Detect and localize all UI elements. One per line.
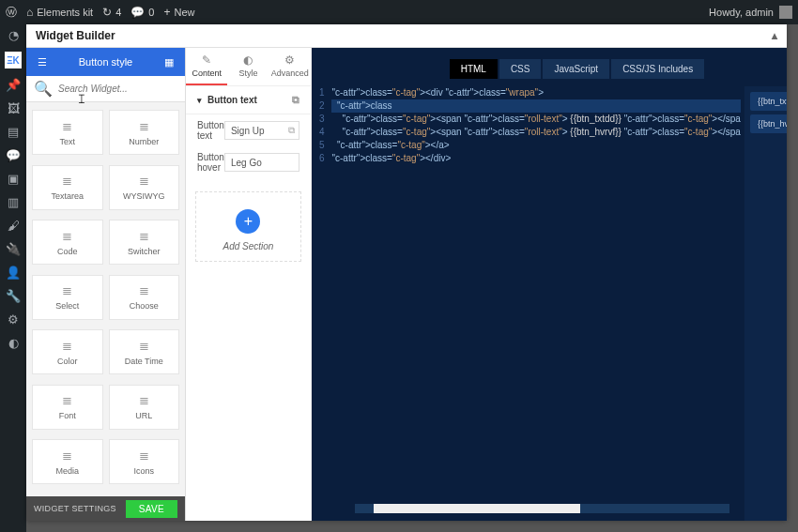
widget-label: Textarea: [51, 191, 84, 201]
search-input-wrap[interactable]: 🔍: [26, 76, 185, 102]
new-link[interactable]: +New: [163, 6, 194, 19]
widget-label: WYSIWYG: [123, 191, 165, 201]
widget-switcher[interactable]: ≣Switcher: [109, 220, 180, 265]
add-section-label: Add Section: [196, 241, 300, 251]
search-icon: 🔍: [34, 80, 53, 98]
tab-includes[interactable]: CSS/JS Includes: [611, 59, 704, 79]
contrast-icon: ◐: [227, 53, 269, 67]
widget-label: Number: [129, 137, 159, 146]
widget-code[interactable]: ≣Code: [32, 220, 103, 265]
widget-icon: ≣: [139, 229, 149, 243]
add-section-area: + Add Section: [195, 191, 301, 262]
comments-link[interactable]: 💬0: [130, 6, 154, 19]
widget-label: Media: [55, 466, 79, 476]
collapse-icon[interactable]: ◐: [8, 336, 19, 350]
hamburger-icon[interactable]: ☰: [26, 56, 58, 68]
widget-icon: ≣: [62, 119, 72, 133]
tab-html[interactable]: HTML: [450, 59, 498, 79]
widget-icon: ≣: [62, 283, 72, 297]
widget-icons[interactable]: ≣Icons: [109, 439, 180, 484]
dynamic-icon[interactable]: ⧉: [288, 125, 295, 136]
widget-color[interactable]: ≣Color: [32, 329, 103, 374]
widget-label: Icons: [133, 466, 154, 476]
gear-icon: ⚙: [269, 53, 311, 67]
widget-media[interactable]: ≣Media: [32, 439, 103, 484]
button-hover-label: Button hover: [197, 152, 224, 173]
appearance-icon[interactable]: 🖌: [8, 219, 20, 233]
horizontal-scrollbar[interactable]: [355, 504, 729, 513]
tab-content[interactable]: ✎Content: [186, 48, 227, 85]
widget-textarea[interactable]: ≣Textarea: [32, 165, 103, 210]
avatar[interactable]: [779, 6, 792, 19]
widget-choose[interactable]: ≣Choose: [109, 275, 180, 320]
settings-icon[interactable]: ⚙: [8, 312, 19, 327]
widget-settings-label[interactable]: WIDGET SETTINGS: [34, 504, 116, 513]
tab-css[interactable]: CSS: [499, 59, 542, 79]
tools-icon[interactable]: 🔧: [6, 289, 21, 303]
widget-icon: ≣: [139, 393, 149, 407]
widget-font[interactable]: ≣Font: [32, 385, 103, 430]
save-button[interactable]: SAVE: [126, 500, 177, 518]
widget-label: Code: [57, 247, 78, 256]
code-gutter: 123456: [319, 86, 332, 521]
widget-icon: ≣: [62, 339, 72, 353]
templates-icon[interactable]: ▥: [8, 195, 19, 209]
widget-select[interactable]: ≣Select: [32, 275, 103, 320]
users-icon[interactable]: 👤: [6, 266, 21, 280]
wp-admin-rail: ◔ ΞK 📌 🖾 ▤ 💬 ▣ ▥ 🖌 🔌 👤 🔧 ⚙ ◐: [0, 24, 26, 532]
widget-text[interactable]: ≣Text: [32, 110, 103, 155]
widget-icon: ≣: [139, 119, 149, 133]
section-header[interactable]: ▾ Button text ⧉: [186, 86, 311, 114]
button-text-label: Button text: [197, 120, 224, 141]
widget-icon: ≣: [139, 339, 149, 353]
widget-label: Text: [59, 137, 75, 146]
variable-chip[interactable]: {{btn_txtdd}}: [750, 92, 787, 111]
widget-icon: ≣: [62, 448, 72, 463]
widget-label: Color: [57, 357, 78, 366]
search-input[interactable]: [58, 84, 177, 94]
widget-icon: ≣: [139, 448, 149, 463]
wp-logo-icon[interactable]: ⓦ: [6, 5, 17, 21]
tab-style[interactable]: ◐Style: [227, 48, 269, 85]
tab-js[interactable]: JavaScript: [543, 59, 609, 79]
widget-date-time[interactable]: ≣Date Time: [109, 329, 180, 374]
widget-icon: ≣: [139, 174, 149, 188]
button-text-input[interactable]: Sign Up⧉: [224, 121, 299, 140]
code-editor[interactable]: "c-attr">class="c-tag"><div "c-attr">cla…: [331, 86, 740, 521]
widget-icon: ≣: [139, 283, 149, 297]
page-title: Widget Builder: [36, 29, 115, 42]
variable-panel: {{btn_txtdd}} {{btn_hvrvf}}: [744, 86, 787, 521]
button-hover-input[interactable]: Leg Go: [224, 153, 299, 172]
pencil-icon: ✎: [186, 53, 227, 67]
widget-label: Date Time: [125, 357, 163, 366]
elementor-icon[interactable]: ▣: [8, 172, 19, 186]
site-link[interactable]: ⌂Elements kit: [26, 6, 93, 19]
plugins-icon[interactable]: 🔌: [6, 242, 21, 256]
tab-advanced[interactable]: ⚙Advanced: [269, 48, 311, 85]
pin-icon[interactable]: 📌: [6, 78, 21, 92]
duplicate-icon[interactable]: ⧉: [292, 94, 299, 106]
widget-wysiwyg[interactable]: ≣WYSIWYG: [109, 165, 180, 210]
caret-down-icon: ▾: [197, 96, 202, 105]
widget-icon: ≣: [62, 174, 72, 188]
grid-icon[interactable]: ▦: [153, 56, 185, 68]
comments-icon[interactable]: 💬: [6, 148, 21, 162]
widget-label: Select: [55, 301, 79, 311]
widget-url[interactable]: ≣URL: [109, 385, 180, 430]
dashboard-icon[interactable]: ◔: [8, 28, 19, 42]
widget-number[interactable]: ≣Number: [109, 110, 180, 155]
media-icon[interactable]: 🖾: [8, 101, 20, 115]
widget-label: URL: [135, 411, 152, 420]
pages-icon[interactable]: ▤: [8, 125, 19, 139]
add-section-button[interactable]: +: [236, 209, 260, 234]
elements-kit-icon[interactable]: ΞK: [5, 52, 22, 68]
variable-chip[interactable]: {{btn_hvrvf}}: [750, 114, 787, 133]
refresh-link[interactable]: ↻4: [102, 6, 121, 19]
widget-icon: ≣: [62, 229, 72, 243]
collapse-panel-icon[interactable]: ▴: [772, 29, 777, 42]
widget-label: Font: [59, 411, 76, 420]
panel-title: Button style: [58, 56, 153, 68]
widget-label: Switcher: [128, 247, 161, 256]
howdy-label[interactable]: Howdy, admin: [709, 7, 774, 18]
widget-label: Choose: [130, 301, 159, 311]
